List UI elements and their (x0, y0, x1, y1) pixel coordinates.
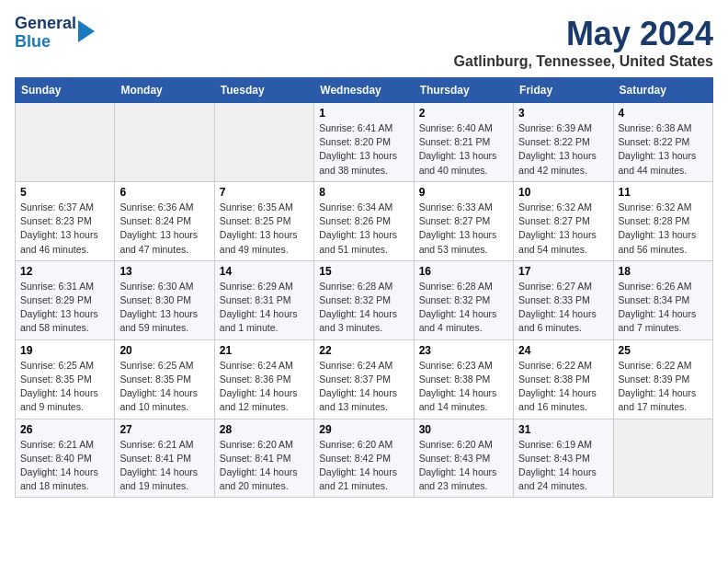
day-number: 30 (419, 423, 508, 436)
day-info: Sunrise: 6:31 AMSunset: 8:29 PMDaylight:… (20, 280, 109, 336)
weekday-header-monday: Monday (115, 78, 214, 103)
calendar-cell: 28Sunrise: 6:20 AMSunset: 8:41 PMDayligh… (214, 419, 313, 498)
day-number: 23 (419, 344, 508, 357)
calendar-week-row: 1Sunrise: 6:41 AMSunset: 8:20 PMDaylight… (16, 103, 713, 182)
calendar-cell: 21Sunrise: 6:24 AMSunset: 8:36 PMDayligh… (214, 339, 313, 419)
calendar-cell: 11Sunrise: 6:32 AMSunset: 8:28 PMDayligh… (613, 181, 712, 260)
calendar-cell: 17Sunrise: 6:27 AMSunset: 8:33 PMDayligh… (514, 260, 613, 339)
calendar-week-row: 12Sunrise: 6:31 AMSunset: 8:29 PMDayligh… (16, 260, 713, 339)
day-info: Sunrise: 6:26 AMSunset: 8:34 PMDaylight:… (619, 280, 708, 336)
logo-blue: Blue (15, 33, 76, 52)
logo: General Blue (15, 15, 95, 52)
day-number: 11 (619, 186, 708, 199)
svg-marker-0 (78, 20, 95, 42)
day-info: Sunrise: 6:28 AMSunset: 8:32 PMDaylight:… (419, 280, 508, 336)
weekday-header-friday: Friday (514, 78, 613, 103)
day-number: 17 (518, 265, 608, 278)
day-info: Sunrise: 6:21 AMSunset: 8:40 PMDaylight:… (20, 438, 109, 494)
day-info: Sunrise: 6:39 AMSunset: 8:22 PMDaylight:… (518, 121, 608, 178)
day-info: Sunrise: 6:20 AMSunset: 8:43 PMDaylight:… (419, 438, 508, 494)
logo-arrow-icon (78, 20, 95, 42)
weekday-header-row: SundayMondayTuesdayWednesdayThursdayFrid… (16, 78, 713, 103)
calendar-cell: 5Sunrise: 6:37 AMSunset: 8:23 PMDaylight… (16, 181, 115, 260)
calendar-cell: 15Sunrise: 6:28 AMSunset: 8:32 PMDayligh… (314, 260, 414, 339)
calendar-cell: 16Sunrise: 6:28 AMSunset: 8:32 PMDayligh… (414, 260, 513, 339)
day-number: 25 (619, 344, 708, 357)
weekday-header-thursday: Thursday (414, 78, 513, 103)
calendar-cell: 30Sunrise: 6:20 AMSunset: 8:43 PMDayligh… (414, 419, 513, 498)
calendar-cell (613, 419, 712, 498)
day-info: Sunrise: 6:37 AMSunset: 8:23 PMDaylight:… (20, 201, 109, 257)
day-number: 16 (419, 265, 508, 278)
day-number: 14 (220, 265, 309, 278)
day-info: Sunrise: 6:25 AMSunset: 8:35 PMDaylight:… (119, 359, 209, 415)
calendar-cell: 29Sunrise: 6:20 AMSunset: 8:42 PMDayligh… (314, 419, 414, 498)
calendar-week-row: 19Sunrise: 6:25 AMSunset: 8:35 PMDayligh… (16, 339, 713, 419)
day-info: Sunrise: 6:41 AMSunset: 8:20 PMDaylight:… (319, 121, 408, 178)
day-info: Sunrise: 6:22 AMSunset: 8:38 PMDaylight:… (518, 359, 608, 415)
calendar-cell: 12Sunrise: 6:31 AMSunset: 8:29 PMDayligh… (16, 260, 115, 339)
day-number: 6 (119, 186, 209, 199)
day-number: 12 (20, 265, 109, 278)
calendar-cell: 9Sunrise: 6:33 AMSunset: 8:27 PMDaylight… (414, 181, 513, 260)
calendar-cell: 3Sunrise: 6:39 AMSunset: 8:22 PMDaylight… (514, 103, 613, 182)
day-info: Sunrise: 6:22 AMSunset: 8:39 PMDaylight:… (619, 359, 708, 415)
calendar-cell: 18Sunrise: 6:26 AMSunset: 8:34 PMDayligh… (613, 260, 712, 339)
day-number: 22 (319, 344, 408, 357)
day-number: 2 (419, 107, 508, 120)
calendar-cell (16, 103, 115, 182)
month-year-title: May 2024 (454, 15, 713, 53)
day-info: Sunrise: 6:24 AMSunset: 8:36 PMDaylight:… (220, 359, 309, 415)
calendar-cell: 14Sunrise: 6:29 AMSunset: 8:31 PMDayligh… (214, 260, 313, 339)
day-number: 24 (518, 344, 608, 357)
day-info: Sunrise: 6:40 AMSunset: 8:21 PMDaylight:… (419, 121, 508, 178)
calendar-cell: 13Sunrise: 6:30 AMSunset: 8:30 PMDayligh… (115, 260, 214, 339)
day-info: Sunrise: 6:23 AMSunset: 8:38 PMDaylight:… (419, 359, 508, 415)
weekday-header-tuesday: Tuesday (214, 78, 313, 103)
day-info: Sunrise: 6:20 AMSunset: 8:41 PMDaylight:… (220, 438, 309, 494)
weekday-header-wednesday: Wednesday (314, 78, 414, 103)
calendar-cell: 6Sunrise: 6:36 AMSunset: 8:24 PMDaylight… (115, 181, 214, 260)
calendar-cell (214, 103, 313, 182)
day-info: Sunrise: 6:34 AMSunset: 8:26 PMDaylight:… (319, 201, 408, 257)
calendar-cell: 1Sunrise: 6:41 AMSunset: 8:20 PMDaylight… (314, 103, 414, 182)
calendar-cell: 22Sunrise: 6:24 AMSunset: 8:37 PMDayligh… (314, 339, 414, 419)
day-info: Sunrise: 6:27 AMSunset: 8:33 PMDaylight:… (518, 280, 608, 336)
calendar-cell: 2Sunrise: 6:40 AMSunset: 8:21 PMDaylight… (414, 103, 513, 182)
day-info: Sunrise: 6:36 AMSunset: 8:24 PMDaylight:… (119, 201, 209, 257)
logo-general: General (15, 15, 76, 33)
calendar-cell: 26Sunrise: 6:21 AMSunset: 8:40 PMDayligh… (16, 419, 115, 498)
calendar-cell (115, 103, 214, 182)
day-number: 20 (119, 344, 209, 357)
weekday-header-saturday: Saturday (613, 78, 712, 103)
page-header: General Blue May 2024 Gatlinburg, Tennes… (15, 15, 713, 70)
day-number: 1 (319, 107, 408, 120)
day-number: 8 (319, 186, 408, 199)
day-info: Sunrise: 6:20 AMSunset: 8:42 PMDaylight:… (319, 438, 408, 494)
calendar-week-row: 26Sunrise: 6:21 AMSunset: 8:40 PMDayligh… (16, 419, 713, 498)
calendar-cell: 24Sunrise: 6:22 AMSunset: 8:38 PMDayligh… (514, 339, 613, 419)
day-info: Sunrise: 6:30 AMSunset: 8:30 PMDaylight:… (119, 280, 209, 336)
day-number: 7 (220, 186, 309, 199)
day-info: Sunrise: 6:21 AMSunset: 8:41 PMDaylight:… (119, 438, 209, 494)
calendar-cell: 31Sunrise: 6:19 AMSunset: 8:43 PMDayligh… (514, 419, 613, 498)
calendar-cell: 23Sunrise: 6:23 AMSunset: 8:38 PMDayligh… (414, 339, 513, 419)
calendar-cell: 27Sunrise: 6:21 AMSunset: 8:41 PMDayligh… (115, 419, 214, 498)
day-info: Sunrise: 6:25 AMSunset: 8:35 PMDaylight:… (20, 359, 109, 415)
day-number: 19 (20, 344, 109, 357)
day-number: 21 (220, 344, 309, 357)
calendar-cell: 19Sunrise: 6:25 AMSunset: 8:35 PMDayligh… (16, 339, 115, 419)
day-number: 27 (119, 423, 209, 436)
title-section: May 2024 Gatlinburg, Tennessee, United S… (454, 15, 713, 70)
day-number: 4 (619, 107, 708, 120)
location-subtitle: Gatlinburg, Tennessee, United States (454, 53, 713, 70)
day-number: 15 (319, 265, 408, 278)
calendar-cell: 10Sunrise: 6:32 AMSunset: 8:27 PMDayligh… (514, 181, 613, 260)
day-number: 5 (20, 186, 109, 199)
day-number: 9 (419, 186, 508, 199)
day-info: Sunrise: 6:32 AMSunset: 8:27 PMDaylight:… (518, 201, 608, 257)
day-info: Sunrise: 6:32 AMSunset: 8:28 PMDaylight:… (619, 201, 708, 257)
day-number: 29 (319, 423, 408, 436)
day-info: Sunrise: 6:33 AMSunset: 8:27 PMDaylight:… (419, 201, 508, 257)
day-number: 28 (220, 423, 309, 436)
